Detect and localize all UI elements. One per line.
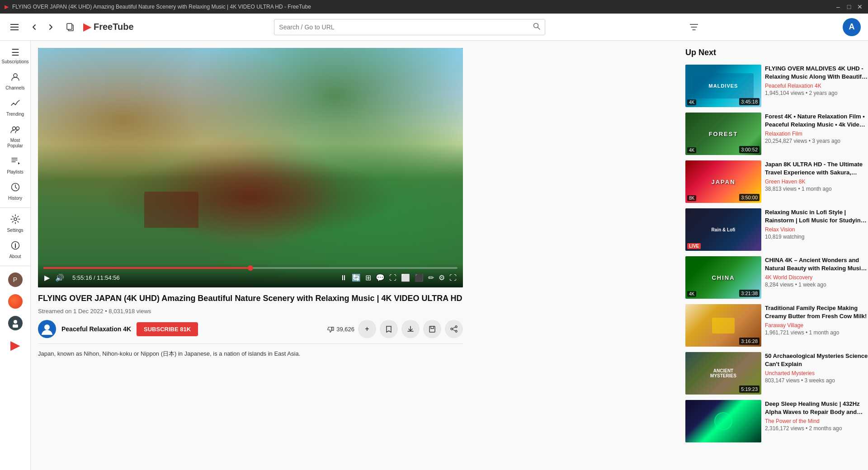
theatre-button[interactable]: ⬜	[400, 273, 411, 283]
rec-title-maldives: FLYING OVER MALDIVES 4K UHD - Relaxing M…	[765, 65, 868, 81]
rec-item-japan8k[interactable]: JAPAN 8K 3:50:00 Japan 8K ULTRA HD - The…	[685, 160, 868, 203]
search-button[interactable]	[533, 23, 540, 31]
rec-meta-rain-lofi: 10,819 watching	[765, 234, 868, 240]
copy-button[interactable]	[63, 20, 78, 34]
channel-avatar-2	[8, 294, 23, 309]
rec-info-archaeology: 50 Archaeological Mysteries Science Can'…	[765, 352, 868, 395]
save-button[interactable]	[423, 320, 441, 338]
rec-title-china: CHINA 4K – Ancient Wonders and Natural B…	[765, 256, 868, 273]
video-thumbnail	[38, 48, 463, 287]
playlists-icon	[10, 156, 20, 168]
rec-duration-maldives: 3:45:18	[739, 98, 760, 105]
fullscreen-button[interactable]: ⛶	[448, 273, 458, 283]
sidebar-item-subscriptions[interactable]: ☰ Subscriptions	[2, 44, 29, 67]
4k-badge-china: 4K	[687, 291, 696, 297]
pip-button[interactable]: ⛶	[388, 273, 397, 283]
rec-meta-maldives: 1,945,104 views • 2 years ago	[765, 90, 868, 96]
minimize-button[interactable]: –	[835, 3, 842, 10]
favicon-icon: ▶	[5, 4, 9, 10]
video-title: FLYING OVER JAPAN (4K UHD) Amazing Beaut…	[38, 293, 463, 304]
menu-button[interactable]	[7, 20, 22, 34]
volume-button[interactable]: 🔊	[54, 273, 65, 283]
settings-button[interactable]: ⚙	[438, 273, 446, 283]
rec-meta-japan8k: 38,813 views • 1 month ago	[765, 186, 868, 192]
sidebar-item-playlists[interactable]: Playlists	[2, 153, 29, 178]
pause-button[interactable]: ⏸	[339, 273, 348, 283]
rec-meta-butter: 1,961,721 views • 1 month ago	[765, 329, 868, 336]
back-button[interactable]	[27, 20, 42, 34]
rec-info-forest: Forest 4K • Nature Relaxation Film • Pea…	[765, 113, 868, 155]
add-to-playlist-button[interactable]: +	[358, 320, 376, 338]
rec-title-sleep: Deep Sleep Healing Music | 432Hz Alpha W…	[765, 400, 868, 416]
sidebar-label-settings: Settings	[7, 228, 23, 233]
search-input[interactable]	[279, 24, 533, 31]
svg-rect-17	[332, 327, 334, 330]
logo-icon: ▶	[83, 21, 91, 33]
sidebar-item-channels[interactable]: Channels	[2, 69, 29, 94]
forward-button[interactable]	[43, 20, 58, 34]
live-badge: LIVE	[687, 243, 701, 249]
rec-channel-rain-lofi: Relax Vision	[765, 226, 868, 233]
top-bar: ▶ FreeTube A	[0, 14, 868, 41]
rec-item-sleep[interactable]: Deep Sleep Healing Music | 432Hz Alpha W…	[685, 400, 868, 442]
rec-info-sleep: Deep Sleep Healing Music | 432Hz Alpha W…	[765, 400, 868, 442]
loop-button[interactable]: 🔄	[351, 273, 362, 283]
play-button[interactable]: ▶	[43, 273, 51, 283]
share-button[interactable]	[445, 320, 463, 338]
sidebar-item-most-popular[interactable]: Most Popular	[2, 122, 29, 151]
sidebar-item-about[interactable]: About	[2, 238, 29, 262]
filter-button[interactable]	[686, 19, 702, 35]
sidebar-channel-1[interactable]: P	[2, 270, 29, 290]
maximize-button[interactable]: □	[845, 3, 853, 10]
rec-item-forest[interactable]: FOREST 4K 3:00:52 Forest 4K • Nature Rel…	[685, 113, 868, 155]
rec-channel-china: 4K World Discovery	[765, 274, 868, 281]
sidebar-channel-2[interactable]	[2, 291, 29, 311]
channel-avatar[interactable]	[38, 320, 56, 338]
logo[interactable]: ▶ FreeTube	[83, 21, 134, 33]
rec-title-rain-lofi: Relaxing Music in Lofi Style | Rainstorm…	[765, 208, 868, 225]
video-player: ▶ 🔊 5:55:16 / 11:54:56 ⏸ 🔄 ⊞ 💬 ⛶ ⬜ ⬛	[38, 48, 463, 287]
rec-info-japan8k: Japan 8K ULTRA HD - The Ultimate Travel …	[765, 160, 868, 203]
download-button[interactable]	[401, 320, 420, 338]
rec-duration-japan8k: 3:50:00	[739, 194, 760, 201]
rec-thumb-archaeology: ANCIENTMYSTERIES 5:19:23	[685, 352, 761, 395]
subscribe-button[interactable]: SUBSCRIBE 81K	[137, 322, 198, 336]
settings-icon	[10, 214, 20, 226]
rec-item-rain-lofi[interactable]: Rain & Lofi LIVE Relaxing Music in Lofi …	[685, 208, 868, 251]
rec-title-archaeology: 50 Archaeological Mysteries Science Can'…	[765, 352, 868, 368]
sidebar-label-channels: Channels	[5, 85, 24, 91]
draw-button[interactable]: ✏	[427, 273, 435, 283]
sidebar-item-trending[interactable]: Trending	[2, 95, 29, 120]
bookmark-button[interactable]	[380, 320, 398, 338]
rec-duration-china: 3:21:38	[739, 290, 760, 297]
channel-avatar-1: P	[8, 273, 23, 287]
user-avatar[interactable]: A	[843, 18, 861, 36]
close-button[interactable]: ✕	[856, 3, 863, 10]
subtitles-button[interactable]: 💬	[375, 273, 386, 283]
progress-bar[interactable]	[43, 267, 458, 269]
rec-item-archaeology[interactable]: ANCIENTMYSTERIES 5:19:23 50 Archaeologic…	[685, 352, 868, 395]
svg-point-7	[14, 74, 17, 77]
svg-point-13	[14, 320, 17, 324]
channel-name[interactable]: Peaceful Relaxation 4K	[61, 325, 131, 333]
sidebar-item-history[interactable]: History	[2, 179, 29, 204]
sidebar-channel-3[interactable]	[2, 313, 29, 333]
rec-item-china[interactable]: CHINA 4K 3:21:38 CHINA 4K – Ancient Wond…	[685, 256, 868, 299]
time-display: 5:55:16 / 11:54:56	[72, 274, 120, 281]
sidebar-label-most-popular: Most Popular	[4, 138, 27, 149]
rec-item-maldives[interactable]: MALDIVES 4K 3:45:18 FLYING OVER MALDIVES…	[685, 65, 868, 107]
video-info: FLYING OVER JAPAN (4K UHD) Amazing Beaut…	[38, 287, 463, 364]
rec-info-maldives: FLYING OVER MALDIVES 4K UHD - Relaxing M…	[765, 65, 868, 107]
8k-badge-japan: 8K	[687, 195, 696, 201]
rec-item-butter[interactable]: 3:16:28 Traditional Family Recipe Making…	[685, 304, 868, 347]
rec-info-rain-lofi: Relaxing Music in Lofi Style | Rainstorm…	[765, 208, 868, 251]
screen-button[interactable]: ⬛	[414, 273, 425, 283]
sidebar-youtube-icon[interactable]: ▶	[2, 335, 29, 355]
rec-meta-archaeology: 803,147 views • 3 weeks ago	[765, 377, 868, 384]
crop-button[interactable]: ⊞	[364, 273, 372, 283]
rec-title-japan8k: Japan 8K ULTRA HD - The Ultimate Travel …	[765, 160, 868, 177]
sidebar-item-settings[interactable]: Settings	[2, 212, 29, 236]
video-controls: ▶ 🔊 5:55:16 / 11:54:56 ⏸ 🔄 ⊞ 💬 ⛶ ⬜ ⬛	[38, 263, 463, 287]
svg-point-20	[455, 330, 457, 332]
svg-point-21	[451, 328, 453, 330]
